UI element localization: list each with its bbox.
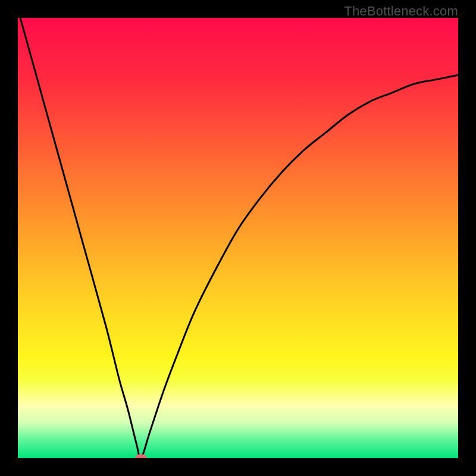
- bottleneck-curve: [18, 18, 458, 458]
- watermark-text: TheBottleneck.com: [344, 4, 458, 19]
- minimum-marker: [135, 454, 147, 458]
- chart-frame: TheBottleneck.com: [0, 0, 476, 476]
- plot-area: [18, 18, 458, 458]
